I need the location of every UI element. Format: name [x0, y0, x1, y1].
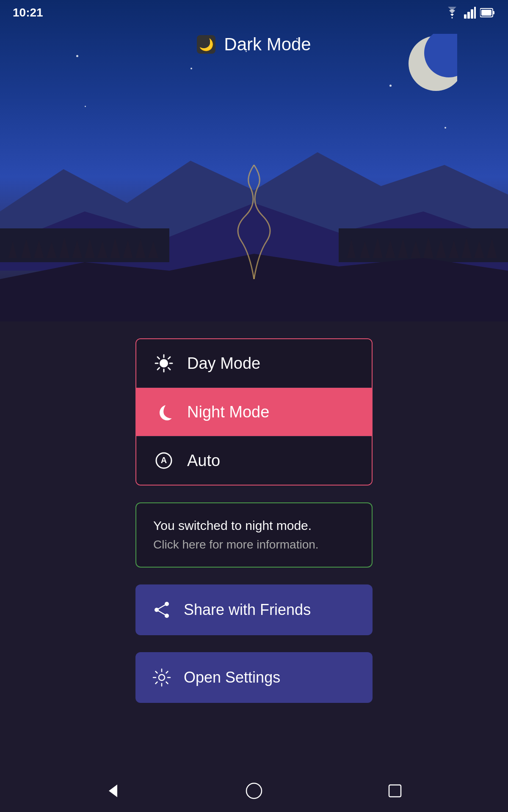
svg-line-46 [157, 368, 160, 370]
mode-selector: Day Mode Night Mode A Auto [135, 338, 373, 486]
svg-rect-2 [471, 9, 473, 19]
svg-rect-3 [474, 7, 476, 19]
day-mode-item[interactable]: Day Mode [136, 339, 372, 388]
star [85, 106, 86, 107]
recents-button[interactable] [382, 778, 408, 804]
time-display: 10:21 [13, 6, 43, 19]
status-bar: 10:21 [0, 0, 508, 25]
settings-button[interactable]: Open Settings [135, 652, 373, 703]
battery-icon [480, 8, 495, 18]
bottom-nav [0, 770, 508, 812]
home-button[interactable] [241, 778, 267, 804]
svg-line-45 [168, 357, 171, 359]
app-title: Dark Mode [224, 34, 311, 55]
star [444, 127, 446, 129]
share-button[interactable]: Share with Friends [135, 584, 373, 635]
signal-icon [464, 7, 476, 19]
info-box[interactable]: You switched to night mode. Click here f… [135, 502, 373, 568]
svg-rect-1 [467, 12, 470, 19]
svg-line-44 [168, 368, 171, 370]
share-icon [152, 601, 171, 619]
night-mode-icon [153, 401, 174, 422]
svg-line-52 [157, 604, 167, 610]
svg-rect-6 [481, 10, 491, 16]
auto-mode-item[interactable]: A Auto [136, 436, 372, 485]
svg-line-43 [157, 357, 160, 359]
wifi-icon [444, 7, 460, 19]
auto-mode-label: Auto [187, 452, 220, 470]
svg-rect-57 [389, 785, 401, 797]
night-mode-label: Night Mode [187, 403, 269, 421]
day-mode-label: Day Mode [187, 354, 260, 373]
svg-point-38 [160, 359, 168, 368]
day-mode-icon [153, 353, 174, 374]
share-button-label: Share with Friends [184, 601, 311, 619]
night-mode-item[interactable]: Night Mode [136, 388, 372, 436]
svg-text:A: A [161, 455, 167, 465]
svg-line-53 [157, 610, 167, 616]
status-icons [444, 7, 495, 19]
svg-rect-0 [464, 14, 467, 19]
svg-rect-5 [493, 11, 494, 14]
path-road [190, 161, 318, 279]
settings-button-label: Open Settings [184, 669, 280, 686]
app-icon: 🌙 [197, 35, 215, 54]
svg-marker-55 [109, 785, 117, 797]
star [389, 85, 392, 87]
star [190, 68, 192, 69]
info-line2: Click here for more information. [153, 538, 355, 551]
auto-mode-icon: A [153, 450, 174, 471]
app-bar: 🌙 Dark Mode [0, 25, 508, 63]
svg-point-54 [159, 675, 165, 680]
settings-icon [152, 668, 171, 687]
content-area: Day Mode Night Mode A Auto You switched [0, 321, 508, 703]
info-line1: You switched to night mode. [153, 518, 355, 533]
svg-point-56 [246, 783, 262, 798]
back-button[interactable] [100, 778, 126, 804]
